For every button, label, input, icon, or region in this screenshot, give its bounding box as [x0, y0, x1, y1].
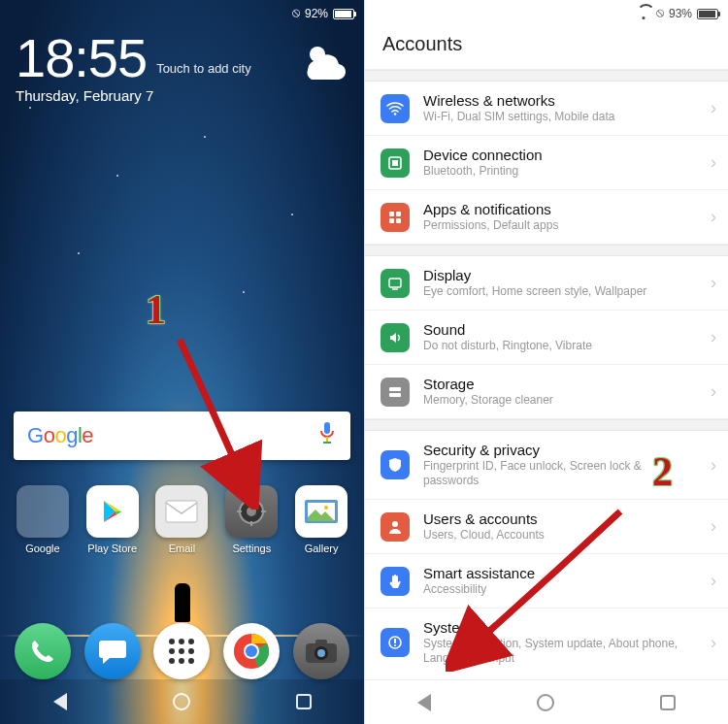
dock-chrome[interactable] — [219, 623, 283, 679]
section-gap — [365, 245, 728, 256]
app-playstore[interactable]: Play Store — [81, 485, 145, 554]
settings-icon — [225, 485, 278, 538]
app-email[interactable]: Email — [149, 485, 214, 554]
row-apps-notifications[interactable]: Apps & notificationsPermissions, Default… — [365, 190, 728, 245]
message-icon — [84, 623, 141, 679]
svg-rect-31 — [389, 393, 401, 397]
nav-home-icon[interactable] — [537, 694, 554, 711]
gallery-icon — [295, 485, 347, 538]
chevron-right-icon: › — [711, 571, 716, 591]
row-sub: Accessibility — [423, 582, 697, 597]
dock-camera[interactable] — [289, 623, 353, 679]
svg-point-20 — [317, 649, 325, 657]
hand-icon — [381, 567, 410, 596]
statusbar-left: ⦸ 92% — [0, 0, 364, 23]
svg-rect-1 — [324, 422, 330, 434]
chevron-right-icon: › — [711, 273, 716, 293]
row-device-connection[interactable]: Device connectionBluetooth, Printing › — [365, 136, 728, 190]
svg-rect-27 — [396, 218, 401, 223]
app-label: Gallery — [305, 543, 339, 554]
sound-icon — [381, 323, 410, 352]
dock-drawer[interactable] — [149, 623, 214, 679]
clock-add-city[interactable]: Touch to add city — [156, 61, 251, 76]
device-icon — [381, 148, 410, 178]
statusbar-right: ⦸ 93% — [365, 0, 728, 23]
dock — [0, 623, 364, 679]
svg-point-32 — [392, 521, 398, 527]
chevron-right-icon: › — [711, 516, 716, 537]
google-logo: Google — [27, 423, 93, 448]
row-sub: Do not disturb, Ringtone, Vibrate — [423, 339, 697, 353]
svg-rect-23 — [392, 160, 398, 166]
app-settings[interactable]: Settings — [219, 485, 283, 554]
row-security[interactable]: Security & privacyFingerprint ID, Face u… — [365, 431, 728, 500]
app-label: Google — [25, 543, 59, 554]
row-sub: Users, Cloud, Accounts — [423, 528, 697, 543]
chrome-icon — [223, 623, 280, 679]
row-sub: Bluetooth, Printing — [423, 164, 697, 179]
section-gap — [365, 70, 728, 82]
row-sub: Fingerprint ID, Face unlock, Screen lock… — [423, 459, 697, 488]
playstore-icon — [86, 485, 139, 538]
row-system[interactable]: SystemSystem navigation, System update, … — [365, 609, 728, 676]
nav-back-icon[interactable] — [417, 694, 431, 711]
chevron-right-icon: › — [711, 98, 716, 118]
nav-recent-icon[interactable] — [660, 695, 676, 710]
chevron-right-icon: › — [711, 152, 716, 173]
email-icon — [155, 485, 208, 538]
row-sub: Permissions, Default apps — [423, 218, 697, 233]
row-display[interactable]: DisplayEye comfort, Home screen style, W… — [365, 256, 728, 311]
row-wireless[interactable]: Wireless & networksWi-Fi, Dual SIM setti… — [365, 82, 728, 136]
google-search-bar[interactable]: Google — [14, 411, 350, 460]
nav-back-icon[interactable] — [53, 693, 67, 710]
no-sim-icon: ⦸ — [292, 5, 300, 20]
svg-rect-24 — [389, 212, 394, 216]
stars-deco — [0, 0, 364, 724]
row-title: Wireless & networks — [423, 92, 697, 109]
wifi-icon — [637, 8, 651, 19]
display-icon — [381, 269, 410, 298]
nav-recent-icon[interactable] — [296, 694, 312, 709]
no-sim-icon: ⦸ — [656, 5, 664, 20]
dock-messages[interactable] — [81, 623, 145, 679]
row-title: Display — [423, 267, 697, 283]
app-google-folder[interactable]: Google — [11, 485, 75, 554]
storage-icon — [381, 378, 410, 407]
mic-icon[interactable] — [317, 421, 337, 450]
row-title: Smart assistance — [423, 565, 697, 581]
svg-rect-26 — [389, 218, 394, 223]
dock-phone[interactable] — [11, 623, 75, 679]
row-title: Sound — [423, 321, 697, 338]
nav-home-icon[interactable] — [173, 693, 190, 710]
row-title: Users & accounts — [423, 510, 697, 527]
battery-percent: 93% — [669, 7, 692, 20]
section-gap — [365, 419, 728, 431]
settings-list[interactable]: Wireless & networksWi-Fi, Dual SIM setti… — [365, 70, 728, 679]
row-smart-assistance[interactable]: Smart assistanceAccessibility › — [365, 554, 728, 609]
svg-point-35 — [394, 644, 396, 646]
shield-icon — [381, 450, 410, 479]
chevron-right-icon: › — [711, 207, 716, 227]
svg-rect-25 — [396, 212, 401, 216]
row-sub: Wi-Fi, Dual SIM settings, Mobile data — [423, 110, 697, 124]
drawer-icon — [153, 623, 210, 679]
row-sound[interactable]: SoundDo not disturb, Ringtone, Vibrate › — [365, 311, 728, 365]
apps-icon — [381, 203, 410, 232]
app-label: Email — [169, 543, 196, 554]
settings-screen: ⦸ 93% Accounts Wireless & networksWi-Fi,… — [364, 0, 728, 724]
app-row: Google Play Store Email Settings Gallery — [0, 485, 364, 554]
phone-icon — [15, 623, 71, 679]
svg-point-16 — [246, 645, 257, 657]
svg-rect-34 — [394, 639, 396, 643]
navbar-left — [0, 679, 364, 724]
camera-icon — [293, 623, 349, 679]
app-gallery[interactable]: Gallery — [289, 485, 353, 554]
row-users[interactable]: Users & accountsUsers, Cloud, Accounts › — [365, 500, 728, 554]
users-icon — [381, 512, 410, 542]
row-sub: System navigation, System update, About … — [423, 637, 697, 666]
row-storage[interactable]: StorageMemory, Storage cleaner › — [365, 365, 728, 419]
settings-title: Accounts — [365, 23, 728, 70]
chevron-right-icon: › — [711, 455, 716, 476]
row-sub: Eye comfort, Home screen style, Wallpape… — [423, 284, 697, 299]
weather-icon[interactable] — [300, 41, 347, 83]
